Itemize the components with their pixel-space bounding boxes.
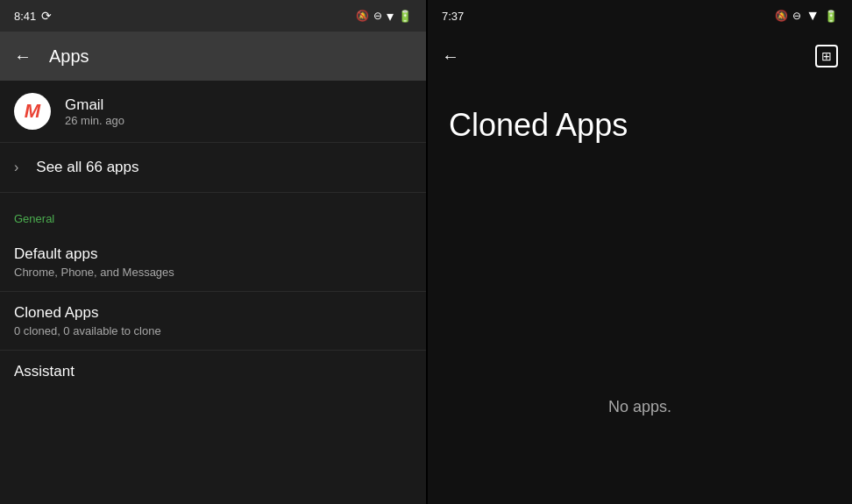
right-status-icons: 🔕 ⊖ ▼ 🔋 — [775, 8, 838, 24]
right-search-icon[interactable]: ⊞ — [815, 45, 838, 67]
cloned-apps-subtitle: 0 cloned, 0 available to clone — [14, 324, 412, 337]
left-panel: 8:41 ⟳ 🔕 ⊖ ▾ 🔋 ← Apps M Gmail 26 min. ag… — [0, 0, 426, 504]
right-panel: 7:37 🔕 ⊖ ▼ 🔋 ← ⊞ Cloned Apps No apps. — [428, 0, 852, 504]
left-wifi-icon: ▾ — [387, 8, 394, 25]
left-clock: 8:41 — [14, 10, 36, 23]
left-content: M Gmail 26 min. ago › See all 66 apps Ge… — [0, 81, 426, 504]
right-content: Cloned Apps No apps. — [428, 81, 852, 504]
gmail-recent-item[interactable]: M Gmail 26 min. ago — [0, 81, 426, 143]
cloned-apps-page-title: Cloned Apps — [449, 107, 831, 144]
left-page-title: Apps — [49, 46, 89, 67]
right-top-bar: ← ⊞ — [428, 32, 852, 81]
general-section-header: General — [0, 193, 426, 233]
left-battery-icon: 🔋 — [398, 10, 412, 23]
assistant-item[interactable]: Assistant — [0, 351, 426, 393]
left-top-bar: ← Apps — [0, 32, 426, 81]
right-bell-off-icon: 🔕 — [775, 10, 788, 22]
assistant-title: Assistant — [14, 363, 412, 380]
gmail-name: Gmail — [65, 96, 124, 114]
gmail-letter: M — [25, 100, 40, 123]
default-apps-subtitle: Chrome, Phone, and Messages — [14, 266, 412, 279]
left-status-icons: 🔕 ⊖ ▾ 🔋 — [356, 8, 412, 25]
chevron-right-icon: › — [14, 160, 18, 175]
gmail-info: Gmail 26 min. ago — [65, 96, 124, 127]
gmail-icon: M — [14, 93, 51, 130]
left-bell-off-icon: 🔕 — [356, 10, 369, 22]
general-label: General — [14, 212, 54, 225]
cloned-apps-title: Cloned Apps — [14, 304, 412, 322]
see-all-label: See all 66 apps — [36, 159, 138, 176]
default-apps-item[interactable]: Default apps Chrome, Phone, and Messages — [0, 233, 426, 292]
left-status-bar: 8:41 ⟳ 🔕 ⊖ ▾ 🔋 — [0, 0, 426, 32]
gmail-time: 26 min. ago — [65, 114, 124, 127]
left-sync-icon: ⟳ — [41, 9, 52, 23]
left-time: 8:41 ⟳ — [14, 9, 52, 23]
right-clock: 7:37 — [442, 10, 464, 23]
right-battery-icon: 🔋 — [824, 10, 838, 23]
left-back-button[interactable]: ← — [14, 46, 32, 67]
default-apps-title: Default apps — [14, 245, 412, 263]
left-minus-circle-icon: ⊖ — [373, 10, 382, 22]
right-minus-circle-icon: ⊖ — [792, 10, 801, 22]
right-wifi-icon: ▼ — [806, 8, 820, 24]
no-apps-label: No apps. — [608, 398, 671, 416]
cloned-apps-item[interactable]: Cloned Apps 0 cloned, 0 available to clo… — [0, 292, 426, 351]
right-time: 7:37 — [442, 10, 464, 23]
right-back-button[interactable]: ← — [442, 46, 459, 67]
see-all-item[interactable]: › See all 66 apps — [0, 143, 426, 193]
right-status-bar: 7:37 🔕 ⊖ ▼ 🔋 — [428, 0, 852, 32]
